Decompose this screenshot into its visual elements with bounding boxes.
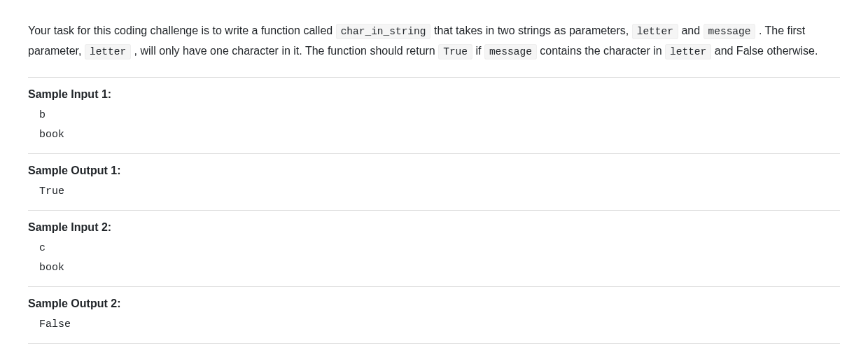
problem-text-fragment: if <box>472 45 484 57</box>
inline-code: letter <box>85 44 131 59</box>
problem-text-fragment: , will only have one character in it. Th… <box>131 45 438 57</box>
problem-statement: Your task for this coding challenge is t… <box>28 21 840 62</box>
inline-code: letter <box>665 44 711 59</box>
sample-content: False <box>28 312 840 335</box>
problem-text-fragment: Your task for this coding challenge is t… <box>28 24 336 36</box>
inline-code: True <box>438 44 472 59</box>
problem-text-fragment: that takes in two strings as parameters, <box>430 24 631 36</box>
page-root: Your task for this coding challenge is t… <box>0 0 868 364</box>
sample-content: True <box>28 179 840 202</box>
sample-block: Sample Output 2:False <box>28 287 840 344</box>
problem-text-fragment: and False otherwise. <box>711 45 818 57</box>
sample-label: Sample Input 2: <box>28 219 840 236</box>
sample-content: b book <box>28 103 840 145</box>
inline-code: message <box>484 44 537 59</box>
samples-container: Sample Input 1:b bookSample Output 1:Tru… <box>28 77 840 344</box>
inline-code: char_in_string <box>336 24 431 39</box>
sample-block: Sample Input 1:b book <box>28 78 840 154</box>
sample-block: Sample Input 2:c book <box>28 211 840 287</box>
sample-label: Sample Output 1: <box>28 162 840 179</box>
problem-text-fragment: contains the character in <box>537 45 665 57</box>
sample-block: Sample Output 1:True <box>28 154 840 211</box>
sample-content: c book <box>28 236 840 278</box>
problem-text-fragment: and <box>678 24 704 36</box>
sample-label: Sample Output 2: <box>28 295 840 312</box>
inline-code: letter <box>632 24 678 39</box>
sample-label: Sample Input 1: <box>28 86 840 103</box>
inline-code: message <box>704 24 756 39</box>
